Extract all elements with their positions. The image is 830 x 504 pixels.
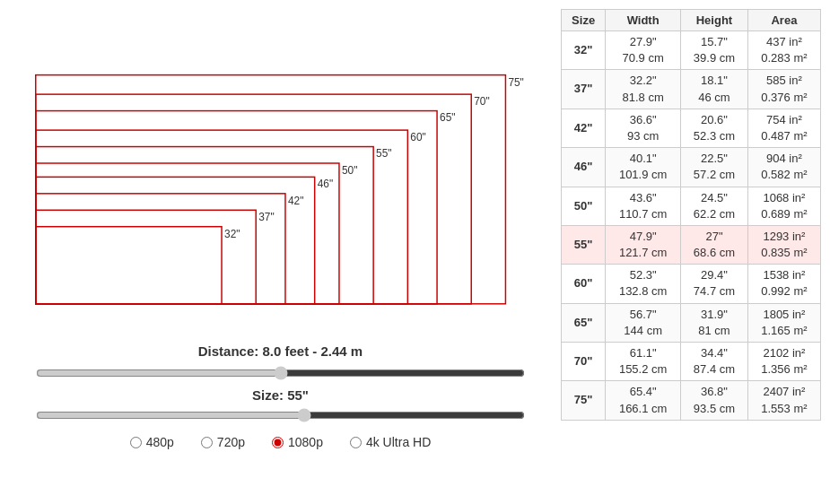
table-row: 70"61.1"155.2 cm34.4"87.4 cm2102 in²1.35… (562, 343, 821, 381)
svg-rect-6 (36, 177, 315, 303)
resolution-radio-1080p[interactable] (272, 437, 284, 448)
svg-rect-2 (36, 210, 256, 304)
table-cell-width: 61.1"155.2 cm (606, 343, 681, 381)
table-cell-size: 46" (562, 148, 606, 187)
size-label: Size: 55" (252, 387, 309, 403)
table-cell-size: 32" (562, 31, 606, 70)
resolution-label: 1080p (288, 435, 323, 449)
table-cell-size: 55" (562, 225, 606, 264)
table-cell-area: 1068 in²0.689 m² (747, 187, 820, 225)
table-cell-size: 50" (562, 187, 606, 225)
distance-slider-row[interactable] (36, 366, 525, 380)
right-panel: Size Width Height Area 32"27.9"70.9 cm15… (561, 9, 821, 495)
table-cell-width: 52.3"132.8 cm (606, 265, 681, 303)
table-cell-area: 437 in²0.283 m² (747, 31, 820, 70)
table-cell-height: 31.9"81 cm (681, 303, 748, 342)
col-size: Size (562, 10, 606, 31)
table-cell-height: 18.1"46 cm (681, 70, 748, 109)
table-cell-size: 60" (562, 265, 606, 303)
left-panel: 32"37"42"46"50"55"60"65"70"75" Distance:… (9, 9, 552, 495)
size-slider[interactable] (36, 408, 525, 422)
table-cell-height: 36.8"93.5 cm (681, 381, 748, 420)
table-cell-size: 75" (562, 381, 606, 420)
resolution-option-1080p[interactable]: 1080p (272, 435, 323, 449)
svg-text:37": 37" (258, 211, 274, 223)
svg-text:42": 42" (288, 195, 303, 207)
size-text: Size: (252, 387, 284, 403)
table-cell-height: 27"68.6 cm (681, 225, 748, 264)
table-cell-width: 65.4"166.1 cm (606, 381, 681, 420)
distance-value: 8.0 feet - 2.44 m (262, 343, 363, 359)
svg-rect-0 (36, 227, 222, 304)
table-cell-width: 56.7"144 cm (606, 303, 681, 342)
resolution-label: 720p (217, 435, 245, 449)
table-cell-size: 37" (562, 70, 606, 109)
table-cell-height: 15.7"39.9 cm (681, 31, 748, 70)
controls-area: Distance: 8.0 feet - 2.44 m Size: 55" 48… (9, 343, 552, 449)
size-slider-row[interactable] (36, 408, 525, 422)
col-area: Area (747, 10, 820, 31)
table-cell-area: 2407 in²1.553 m² (747, 381, 820, 420)
table-row: 37"32.2"81.8 cm18.1"46 cm585 in²0.376 m² (562, 70, 821, 109)
col-height: Height (681, 10, 748, 31)
table-row: 42"36.6"93 cm20.6"52.3 cm754 in²0.487 m² (562, 109, 821, 147)
table-cell-height: 29.4"74.7 cm (681, 265, 748, 303)
table-row: 60"52.3"132.8 cm29.4"74.7 cm1538 in²0.99… (562, 265, 821, 303)
table-cell-size: 70" (562, 343, 606, 381)
svg-rect-8 (36, 163, 339, 304)
table-cell-width: 32.2"81.8 cm (606, 70, 681, 109)
svg-text:55": 55" (376, 147, 391, 160)
table-row: 55"47.9"121.7 cm27"68.6 cm1293 in²0.835 … (562, 225, 821, 264)
table-cell-area: 1293 in²0.835 m² (747, 225, 820, 264)
table-cell-width: 47.9"121.7 cm (606, 225, 681, 264)
table-cell-area: 754 in²0.487 m² (747, 109, 820, 147)
table-row: 46"40.1"101.9 cm22.5"57.2 cm904 in²0.582… (562, 148, 821, 187)
table-cell-area: 2102 in²1.356 m² (747, 343, 820, 381)
table-cell-height: 24.5"62.2 cm (681, 187, 748, 225)
svg-rect-18 (36, 75, 506, 304)
resolution-option-720p[interactable]: 720p (201, 435, 245, 449)
resolution-radio-720p[interactable] (201, 437, 213, 448)
svg-text:32": 32" (224, 228, 240, 240)
table-row: 50"43.6"110.7 cm24.5"62.2 cm1068 in²0.68… (562, 187, 821, 225)
main-container: 32"37"42"46"50"55"60"65"70"75" Distance:… (0, 0, 830, 504)
distance-slider[interactable] (36, 366, 525, 380)
col-width: Width (606, 10, 681, 31)
table-cell-area: 585 in²0.376 m² (747, 70, 820, 109)
svg-rect-16 (36, 94, 471, 304)
table-cell-area: 904 in²0.582 m² (747, 148, 820, 187)
resolution-radio-4k-ultra-hd[interactable] (350, 437, 362, 448)
table-cell-height: 22.5"57.2 cm (681, 148, 748, 187)
svg-text:75": 75" (508, 76, 523, 89)
size-table: Size Width Height Area 32"27.9"70.9 cm15… (561, 9, 821, 421)
distance-label: Distance: 8.0 feet - 2.44 m (198, 343, 363, 359)
table-row: 32"27.9"70.9 cm15.7"39.9 cm437 in²0.283 … (562, 31, 821, 70)
table-cell-area: 1538 in²0.992 m² (747, 265, 820, 303)
size-value: 55" (287, 387, 309, 403)
table-row: 65"56.7"144 cm31.9"81 cm1805 in²1.165 m² (562, 303, 821, 342)
table-cell-width: 40.1"101.9 cm (606, 148, 681, 187)
table-cell-width: 36.6"93 cm (606, 109, 681, 147)
svg-rect-14 (36, 111, 437, 304)
table-cell-area: 1805 in²1.165 m² (747, 303, 820, 342)
svg-text:50": 50" (342, 164, 357, 177)
table-cell-height: 20.6"52.3 cm (681, 109, 748, 147)
svg-text:65": 65" (440, 111, 455, 124)
diagram-area: 32"37"42"46"50"55"60"65"70"75" (9, 13, 552, 336)
resolution-label: 4k Ultra HD (366, 435, 431, 449)
resolution-option-4k-ultra-hd[interactable]: 4k Ultra HD (350, 435, 431, 449)
resolution-label: 480p (146, 435, 174, 449)
size-diagram: 32"37"42"46"50"55"60"65"70"75" (9, 13, 552, 336)
resolution-options: 480p720p1080p4k Ultra HD (130, 435, 432, 449)
table-cell-size: 65" (562, 303, 606, 342)
distance-text: Distance: (198, 343, 259, 359)
resolution-option-480p[interactable]: 480p (130, 435, 174, 449)
svg-text:46": 46" (318, 178, 333, 190)
svg-rect-10 (36, 147, 373, 304)
resolution-radio-480p[interactable] (130, 437, 142, 448)
table-cell-height: 34.4"87.4 cm (681, 343, 748, 381)
svg-text:70": 70" (474, 95, 489, 108)
table-row: 75"65.4"166.1 cm36.8"93.5 cm2407 in²1.55… (562, 381, 821, 420)
table-cell-width: 43.6"110.7 cm (606, 187, 681, 225)
table-cell-size: 42" (562, 109, 606, 147)
